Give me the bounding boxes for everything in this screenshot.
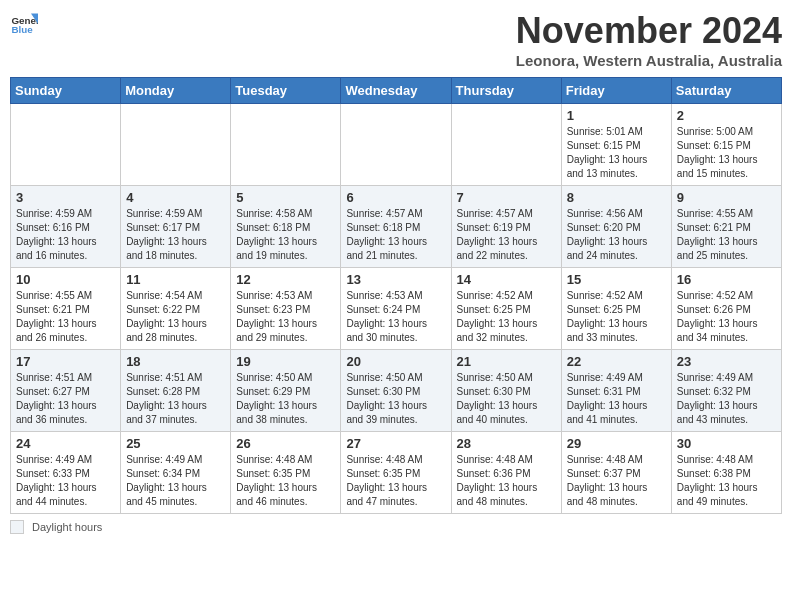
calendar-cell: 27Sunrise: 4:48 AM Sunset: 6:35 PM Dayli… [341, 432, 451, 514]
calendar-cell: 8Sunrise: 4:56 AM Sunset: 6:20 PM Daylig… [561, 186, 671, 268]
day-info: Sunrise: 4:49 AM Sunset: 6:31 PM Dayligh… [567, 371, 666, 427]
day-info: Sunrise: 4:49 AM Sunset: 6:34 PM Dayligh… [126, 453, 225, 509]
day-number: 20 [346, 354, 445, 369]
day-info: Sunrise: 4:56 AM Sunset: 6:20 PM Dayligh… [567, 207, 666, 263]
calendar-cell: 7Sunrise: 4:57 AM Sunset: 6:19 PM Daylig… [451, 186, 561, 268]
header-cell-friday: Friday [561, 78, 671, 104]
day-number: 18 [126, 354, 225, 369]
calendar-cell: 11Sunrise: 4:54 AM Sunset: 6:22 PM Dayli… [121, 268, 231, 350]
month-title: November 2024 [516, 10, 782, 52]
day-info: Sunrise: 4:51 AM Sunset: 6:27 PM Dayligh… [16, 371, 115, 427]
day-number: 1 [567, 108, 666, 123]
legend-label: Daylight hours [32, 521, 102, 533]
day-info: Sunrise: 4:59 AM Sunset: 6:16 PM Dayligh… [16, 207, 115, 263]
day-info: Sunrise: 4:52 AM Sunset: 6:25 PM Dayligh… [567, 289, 666, 345]
day-info: Sunrise: 4:48 AM Sunset: 6:36 PM Dayligh… [457, 453, 556, 509]
day-info: Sunrise: 4:48 AM Sunset: 6:38 PM Dayligh… [677, 453, 776, 509]
day-number: 12 [236, 272, 335, 287]
week-row-3: 10Sunrise: 4:55 AM Sunset: 6:21 PM Dayli… [11, 268, 782, 350]
calendar-cell: 16Sunrise: 4:52 AM Sunset: 6:26 PM Dayli… [671, 268, 781, 350]
day-number: 27 [346, 436, 445, 451]
calendar-cell: 17Sunrise: 4:51 AM Sunset: 6:27 PM Dayli… [11, 350, 121, 432]
calendar-cell [451, 104, 561, 186]
header-cell-tuesday: Tuesday [231, 78, 341, 104]
day-info: Sunrise: 4:50 AM Sunset: 6:30 PM Dayligh… [457, 371, 556, 427]
calendar-cell: 9Sunrise: 4:55 AM Sunset: 6:21 PM Daylig… [671, 186, 781, 268]
day-info: Sunrise: 4:57 AM Sunset: 6:19 PM Dayligh… [457, 207, 556, 263]
day-number: 19 [236, 354, 335, 369]
day-number: 2 [677, 108, 776, 123]
day-info: Sunrise: 4:59 AM Sunset: 6:17 PM Dayligh… [126, 207, 225, 263]
calendar-cell: 4Sunrise: 4:59 AM Sunset: 6:17 PM Daylig… [121, 186, 231, 268]
day-number: 3 [16, 190, 115, 205]
calendar-cell [231, 104, 341, 186]
day-info: Sunrise: 4:50 AM Sunset: 6:29 PM Dayligh… [236, 371, 335, 427]
day-info: Sunrise: 4:54 AM Sunset: 6:22 PM Dayligh… [126, 289, 225, 345]
calendar-cell: 15Sunrise: 4:52 AM Sunset: 6:25 PM Dayli… [561, 268, 671, 350]
day-info: Sunrise: 4:53 AM Sunset: 6:24 PM Dayligh… [346, 289, 445, 345]
day-info: Sunrise: 4:48 AM Sunset: 6:35 PM Dayligh… [346, 453, 445, 509]
day-number: 28 [457, 436, 556, 451]
day-info: Sunrise: 4:51 AM Sunset: 6:28 PM Dayligh… [126, 371, 225, 427]
calendar-cell: 18Sunrise: 4:51 AM Sunset: 6:28 PM Dayli… [121, 350, 231, 432]
day-number: 23 [677, 354, 776, 369]
day-number: 10 [16, 272, 115, 287]
title-block: November 2024 Leonora, Western Australia… [516, 10, 782, 69]
day-number: 15 [567, 272, 666, 287]
day-number: 25 [126, 436, 225, 451]
day-number: 13 [346, 272, 445, 287]
calendar-cell: 5Sunrise: 4:58 AM Sunset: 6:18 PM Daylig… [231, 186, 341, 268]
day-number: 6 [346, 190, 445, 205]
legend: Daylight hours [10, 520, 782, 534]
calendar-table: SundayMondayTuesdayWednesdayThursdayFrid… [10, 77, 782, 514]
day-number: 21 [457, 354, 556, 369]
calendar-cell: 6Sunrise: 4:57 AM Sunset: 6:18 PM Daylig… [341, 186, 451, 268]
calendar-cell [11, 104, 121, 186]
calendar-cell: 29Sunrise: 4:48 AM Sunset: 6:37 PM Dayli… [561, 432, 671, 514]
calendar-cell: 28Sunrise: 4:48 AM Sunset: 6:36 PM Dayli… [451, 432, 561, 514]
header-cell-sunday: Sunday [11, 78, 121, 104]
week-row-2: 3Sunrise: 4:59 AM Sunset: 6:16 PM Daylig… [11, 186, 782, 268]
header-cell-saturday: Saturday [671, 78, 781, 104]
calendar-cell: 14Sunrise: 4:52 AM Sunset: 6:25 PM Dayli… [451, 268, 561, 350]
calendar-body: 1Sunrise: 5:01 AM Sunset: 6:15 PM Daylig… [11, 104, 782, 514]
day-info: Sunrise: 4:52 AM Sunset: 6:25 PM Dayligh… [457, 289, 556, 345]
location-title: Leonora, Western Australia, Australia [516, 52, 782, 69]
day-number: 9 [677, 190, 776, 205]
calendar-cell: 23Sunrise: 4:49 AM Sunset: 6:32 PM Dayli… [671, 350, 781, 432]
header-cell-thursday: Thursday [451, 78, 561, 104]
logo-icon: General Blue [10, 10, 38, 38]
week-row-5: 24Sunrise: 4:49 AM Sunset: 6:33 PM Dayli… [11, 432, 782, 514]
day-number: 26 [236, 436, 335, 451]
day-info: Sunrise: 4:49 AM Sunset: 6:32 PM Dayligh… [677, 371, 776, 427]
legend-box [10, 520, 24, 534]
calendar-header: SundayMondayTuesdayWednesdayThursdayFrid… [11, 78, 782, 104]
day-info: Sunrise: 4:58 AM Sunset: 6:18 PM Dayligh… [236, 207, 335, 263]
day-number: 8 [567, 190, 666, 205]
day-number: 24 [16, 436, 115, 451]
calendar-cell: 26Sunrise: 4:48 AM Sunset: 6:35 PM Dayli… [231, 432, 341, 514]
calendar-cell: 13Sunrise: 4:53 AM Sunset: 6:24 PM Dayli… [341, 268, 451, 350]
day-number: 14 [457, 272, 556, 287]
day-info: Sunrise: 4:55 AM Sunset: 6:21 PM Dayligh… [677, 207, 776, 263]
day-info: Sunrise: 4:48 AM Sunset: 6:37 PM Dayligh… [567, 453, 666, 509]
day-info: Sunrise: 4:52 AM Sunset: 6:26 PM Dayligh… [677, 289, 776, 345]
calendar-cell: 25Sunrise: 4:49 AM Sunset: 6:34 PM Dayli… [121, 432, 231, 514]
calendar-cell: 30Sunrise: 4:48 AM Sunset: 6:38 PM Dayli… [671, 432, 781, 514]
header-cell-monday: Monday [121, 78, 231, 104]
day-number: 11 [126, 272, 225, 287]
calendar-cell: 20Sunrise: 4:50 AM Sunset: 6:30 PM Dayli… [341, 350, 451, 432]
day-info: Sunrise: 4:57 AM Sunset: 6:18 PM Dayligh… [346, 207, 445, 263]
day-info: Sunrise: 4:55 AM Sunset: 6:21 PM Dayligh… [16, 289, 115, 345]
day-number: 16 [677, 272, 776, 287]
svg-text:Blue: Blue [11, 24, 33, 35]
calendar-cell: 1Sunrise: 5:01 AM Sunset: 6:15 PM Daylig… [561, 104, 671, 186]
day-number: 4 [126, 190, 225, 205]
calendar-cell [121, 104, 231, 186]
day-number: 7 [457, 190, 556, 205]
calendar-cell: 3Sunrise: 4:59 AM Sunset: 6:16 PM Daylig… [11, 186, 121, 268]
calendar-cell: 2Sunrise: 5:00 AM Sunset: 6:15 PM Daylig… [671, 104, 781, 186]
day-number: 17 [16, 354, 115, 369]
calendar-cell: 22Sunrise: 4:49 AM Sunset: 6:31 PM Dayli… [561, 350, 671, 432]
day-info: Sunrise: 5:01 AM Sunset: 6:15 PM Dayligh… [567, 125, 666, 181]
